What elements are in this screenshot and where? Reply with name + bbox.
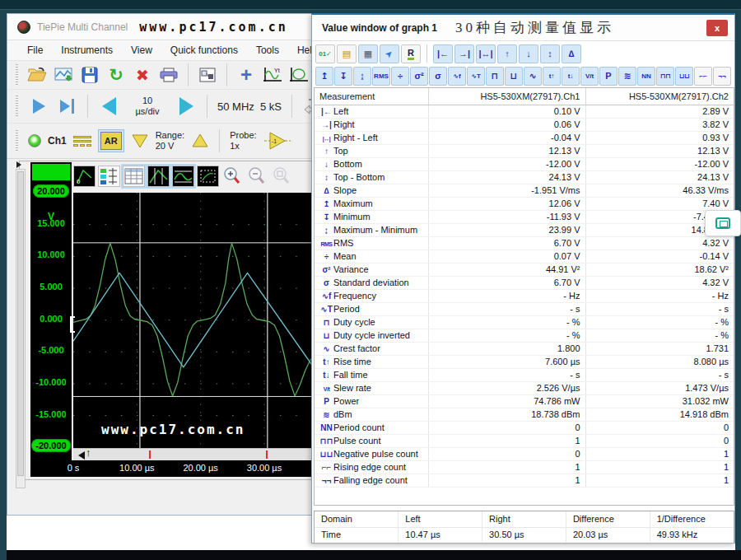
measurement-row[interactable]: RMSRMS6.70 V4.32 V xyxy=(315,236,734,250)
oscilloscope-plot[interactable]: www.pc17.com.cn xyxy=(73,193,313,448)
probe-gain-button[interactable]: -1 xyxy=(263,131,291,151)
measurement-row[interactable]: ¬¬Falling edge count11 xyxy=(315,474,734,487)
menu-item-instruments[interactable]: Instruments xyxy=(61,44,113,56)
measurement-row[interactable]: t↑Rise time7.600 µs8.080 µs xyxy=(315,355,734,368)
screen-capture-overlay-button[interactable] xyxy=(705,210,741,236)
measurement-row[interactable]: σStandard deviation6.70 V4.32 V xyxy=(315,276,734,289)
zoom-reset-button[interactable] xyxy=(271,166,293,187)
measure-crest-factor-button[interactable]: ∿ xyxy=(524,67,542,86)
measurement-row[interactable]: PPower74.786 mW31.032 mW xyxy=(315,394,734,408)
measure-settings-button[interactable]: ▦ xyxy=(358,44,378,63)
measurement-row[interactable]: ⌐⌐Rising edge count11 xyxy=(315,460,734,474)
coupling-button[interactable] xyxy=(73,136,91,147)
xy-graph-button[interactable] xyxy=(288,65,310,85)
measurement-row[interactable]: V/tSlew rate2.526 V/µs1.473 V/µs xyxy=(315,381,734,394)
channel-led-icon[interactable] xyxy=(28,134,41,147)
menu-item-quick-functions[interactable]: Quick functions xyxy=(170,44,238,56)
measurement-row[interactable]: ⊔⊔Negative pulse count01 xyxy=(315,447,734,460)
measurement-row[interactable]: NNPeriod count00 xyxy=(315,421,734,434)
measurement-row[interactable]: ∿TPeriod- s- s xyxy=(315,302,734,315)
measurement-row[interactable]: σ²Variance44.91 V²18.62 V² xyxy=(315,263,734,276)
measure-duty-cycle-button[interactable]: ⊓ xyxy=(486,67,504,86)
measure-duty-inverted-button[interactable]: ⊔ xyxy=(505,67,523,86)
open-file-button[interactable] xyxy=(26,65,48,85)
measure-right-button[interactable]: →| xyxy=(454,44,474,63)
menu-item-tools[interactable]: Tools xyxy=(256,44,279,56)
measurement-row[interactable]: ⊓Duty cycle- %- % xyxy=(315,315,734,329)
measure-rise-time-button[interactable]: t↑ xyxy=(543,67,561,86)
range-up-button[interactable] xyxy=(191,133,209,149)
copy-clipboard-button[interactable]: ▤ xyxy=(337,44,357,63)
measurement-row[interactable]: ∿fFrequency- Hz- Hz xyxy=(315,289,734,302)
measure-max-min-button[interactable]: ↨ xyxy=(353,67,371,86)
measure-falling-edge-button[interactable]: ¬¬ xyxy=(713,67,731,86)
measurement-row[interactable]: ∿Crest factor1.8001.731 xyxy=(315,342,734,355)
save-button[interactable] xyxy=(79,65,100,85)
one-shot-button[interactable] xyxy=(56,96,77,116)
zoom-in-button[interactable] xyxy=(221,166,244,187)
measure-slew-rate-button[interactable]: V/t xyxy=(580,67,599,86)
timebase-slower-button[interactable] xyxy=(98,96,119,116)
add-graph-button[interactable]: + xyxy=(235,65,257,85)
measure-power-button[interactable]: P xyxy=(599,67,618,86)
measure-variance-button[interactable]: σ² xyxy=(410,67,428,86)
ch2-header[interactable]: HS5-530XM(27917).Ch2 xyxy=(585,88,734,105)
measure-frequency-button[interactable]: ∿f xyxy=(448,67,466,86)
measurement-row[interactable]: ↧Minimum-11.93 V-7.4 xyxy=(315,210,734,223)
measure-rms-button[interactable]: RMS xyxy=(372,67,390,86)
measure-neg-pulse-count-button[interactable]: ⊔⊔ xyxy=(675,67,693,86)
measure-left-button[interactable]: |← xyxy=(433,44,453,63)
measure-top-bottom-button[interactable]: ↕ xyxy=(540,44,560,63)
measurement-row[interactable]: ⊔Duty cycle inverted- %- % xyxy=(315,329,734,342)
range-down-button[interactable] xyxy=(131,133,149,149)
print-button[interactable] xyxy=(158,65,179,85)
export-image-button[interactable] xyxy=(53,65,74,85)
close-button[interactable]: x xyxy=(706,20,728,36)
zoom-box-button[interactable] xyxy=(197,166,219,187)
scrollbar-thumb[interactable] xyxy=(17,171,24,476)
toggle-values-button[interactable]: 01✓ xyxy=(315,44,335,63)
start-button[interactable] xyxy=(28,96,49,116)
vertical-cursors-button[interactable] xyxy=(147,166,170,187)
measurement-row[interactable]: ≋dBm18.738 dBm14.918 dBm xyxy=(315,408,734,421)
measurement-row[interactable]: ∆Slope-1.951 V/ms46.33 V/ms xyxy=(315,184,734,197)
measure-dbm-button[interactable]: ≋ xyxy=(618,67,636,86)
axis-origin-button[interactable]: 0 xyxy=(73,166,96,187)
autorange-button[interactable]: AR xyxy=(98,129,124,152)
measure-fall-time-button[interactable]: t↓ xyxy=(562,67,580,86)
horizontal-cursors-button[interactable] xyxy=(172,166,194,187)
measure-top-button[interactable]: ↑ xyxy=(497,44,517,63)
measurement-row[interactable]: t↓Fall time- s- s xyxy=(315,368,734,381)
measurement-row[interactable]: →|Right0.06 V3.82 V xyxy=(315,118,734,131)
trigger-marker-icon[interactable] xyxy=(78,451,85,460)
measure-period-button[interactable]: ∿T xyxy=(467,67,485,86)
measure-maximum-button[interactable]: ↥ xyxy=(315,67,333,86)
measure-mean-button[interactable]: ÷ xyxy=(391,67,409,86)
measurement-row[interactable]: ↨Maximum - Minimum23.99 V14.8 xyxy=(315,223,734,236)
yt-graph-button[interactable]: Yt xyxy=(262,65,283,85)
measure-bottom-button[interactable]: ↓ xyxy=(519,44,538,63)
trigger-strip[interactable]: ↑ xyxy=(73,448,313,460)
measurement-row[interactable]: |↔|Right - Left-0.04 V0.93 V xyxy=(315,131,734,144)
pin-window-button[interactable]: ➤ xyxy=(380,44,399,63)
zoom-out-button[interactable] xyxy=(246,166,268,187)
ch1-header[interactable]: HS5-530XM(27917).Ch1 xyxy=(428,88,585,105)
value-table-button[interactable] xyxy=(123,166,145,187)
measurement-row[interactable]: ↥Maximum12.06 V7.40 V xyxy=(315,197,734,210)
menu-item-file[interactable]: File xyxy=(27,44,43,56)
panel-collapse-arrow[interactable] xyxy=(16,161,21,168)
measure-stddev-button[interactable]: σ xyxy=(429,67,447,86)
measure-period-count-button[interactable]: NN xyxy=(637,67,655,86)
graph-vertical-scrollbar[interactable] xyxy=(16,169,26,488)
measurement-row[interactable]: ↕Top - Bottom24.13 V24.13 V xyxy=(315,170,734,184)
measure-slope-button[interactable]: ∆ xyxy=(562,44,581,63)
measurement-row[interactable]: ⊓⊓Pulse count10 xyxy=(315,434,734,447)
legend-button[interactable] xyxy=(98,166,120,187)
delete-button[interactable]: ✖ xyxy=(132,65,153,85)
object-panel-button[interactable] xyxy=(197,65,218,85)
measure-minimum-button[interactable]: ↧ xyxy=(334,67,352,86)
measurement-row[interactable]: ÷Mean0.07 V-0.14 V xyxy=(315,250,734,263)
measurement-row[interactable]: ↑Top12.13 V12.13 V xyxy=(315,144,734,157)
axis-channel-block[interactable] xyxy=(32,164,70,180)
measure-rising-edge-button[interactable]: ⌐⌐ xyxy=(694,67,712,86)
